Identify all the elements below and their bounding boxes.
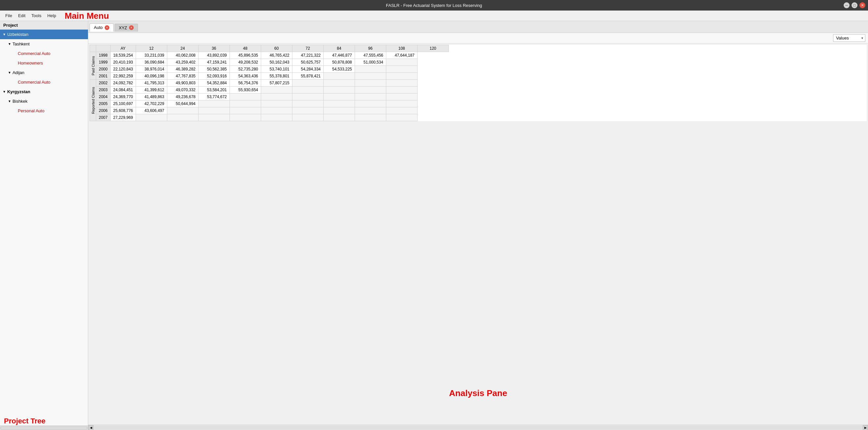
sidebar-item-bishkek[interactable]: ▼Bishkek [0, 96, 88, 106]
sidebar-item-homeowners[interactable]: Homeowners [0, 58, 88, 68]
table-data-cell: 50,644,994 [167, 100, 198, 108]
col-header-12: 12 [136, 45, 167, 52]
table-data-cell [229, 108, 261, 114]
table-data-cell: 54,352,884 [198, 80, 229, 87]
table-data-cell: 49,903,803 [167, 80, 198, 87]
scroll-left-arrow[interactable]: ◀ [88, 425, 94, 430]
table-data-cell [323, 80, 354, 87]
table-data-cell: 43,259,402 [167, 59, 198, 66]
col-header-36: 36 [198, 45, 229, 52]
analysis-pane[interactable]: AY1224364860728496108120 Paid Claims1998… [88, 43, 868, 425]
table-data-cell [323, 93, 354, 100]
paid-claims-label: Paid Claims [90, 52, 96, 80]
tree-label-tashkent: Tashkent [12, 41, 30, 47]
table-data-cell: 43,606,497 [136, 108, 167, 114]
table-row: 200324,084,45141,399,61249,070,33253,584… [90, 87, 449, 93]
menu-tools[interactable]: Tools [29, 12, 44, 19]
data-table: AY1224364860728496108120 Paid Claims1998… [90, 45, 449, 121]
tab-bar: Auto✕XYZ✕ [88, 21, 868, 33]
sidebar-item-kyrgyzstan[interactable]: ▼Kyrgyzstan [0, 87, 88, 96]
table-data-cell: 55,930,654 [229, 87, 261, 93]
sidebar-scrollbar-h[interactable] [0, 425, 88, 430]
table-data-cell [354, 80, 386, 87]
close-button[interactable]: ✕ [860, 2, 865, 8]
tab-label-xyz: XYZ [119, 25, 127, 30]
table-data-cell [323, 114, 354, 121]
sidebar-item-personal-auto[interactable]: Personal Auto [0, 106, 88, 116]
table-ay-cell: 2007 [96, 114, 111, 121]
table-data-cell [386, 80, 417, 87]
tab-close-xyz[interactable]: ✕ [129, 25, 134, 30]
tree-arrow-adijan: ▼ [8, 71, 11, 74]
tree-label-uzbekistan: Uzbekistan [7, 32, 28, 37]
table-data-cell: 52,093,916 [198, 73, 229, 80]
table-data-cell: 47,555,456 [354, 52, 386, 59]
sidebar-item-tashkent[interactable]: ▼Tashkent [0, 39, 88, 49]
maximize-button[interactable]: □ [851, 2, 858, 8]
table-data-cell [198, 114, 229, 121]
table-data-cell: 24,084,451 [110, 87, 136, 93]
table-row: Paid Claims199818,539,25433,231,03940,06… [90, 52, 449, 59]
sidebar-header: Project [0, 21, 88, 30]
table-data-cell [386, 100, 417, 108]
tree-label-commercial-auto-1: Commercial Auto [18, 51, 51, 56]
table-data-cell: 24,369,770 [110, 93, 136, 100]
scroll-right-arrow[interactable]: ▶ [863, 425, 868, 430]
table-ay-cell: 2004 [96, 93, 111, 100]
col-header-96: 96 [354, 45, 386, 52]
table-data-cell: 49,208,532 [229, 59, 261, 66]
table-ay-cell: 2003 [96, 87, 111, 93]
table-row: 200525,100,69742,702,22950,644,994 [90, 100, 449, 108]
tab-auto[interactable]: Auto✕ [90, 23, 114, 32]
sidebar-item-commercial-auto-1[interactable]: Commercial Auto [0, 49, 88, 58]
table-data-cell: 47,644,187 [386, 52, 417, 59]
scroll-track[interactable] [94, 426, 863, 430]
table-data-cell: 57,807,215 [261, 80, 292, 87]
main-content: Project ▼Uzbekistan▼TashkentCommercial A… [0, 21, 868, 430]
values-select[interactable]: ValuesCumulativeIncremental [833, 34, 865, 42]
menu-edit[interactable]: Edit [16, 12, 28, 19]
table-data-cell: 55,378,801 [261, 73, 292, 80]
table-data-cell: 50,162,043 [261, 59, 292, 66]
table-data-cell [354, 73, 386, 80]
tab-close-auto[interactable]: ✕ [105, 25, 109, 30]
table-data-cell: 36,090,684 [136, 59, 167, 66]
table-data-cell: 41,489,863 [136, 93, 167, 100]
table-data-cell: 47,221,322 [292, 52, 323, 59]
col-header-60: 60 [261, 45, 292, 52]
table-data-cell [229, 93, 261, 100]
sidebar-item-commercial-auto-2[interactable]: Commercial Auto [0, 78, 88, 87]
table-data-cell: 40,062,008 [167, 52, 198, 59]
tab-xyz[interactable]: XYZ✕ [115, 24, 138, 32]
table-data-cell [354, 108, 386, 114]
values-select-wrapper[interactable]: ValuesCumulativeIncremental [833, 34, 865, 42]
table-data-cell: 25,100,697 [110, 100, 136, 108]
table-data-cell [354, 87, 386, 93]
table-data-cell [198, 108, 229, 114]
bottom-scrollbar[interactable]: ◀ ▶ [88, 425, 868, 430]
sidebar-item-uzbekistan[interactable]: ▼Uzbekistan [0, 30, 88, 39]
table-data-cell [292, 100, 323, 108]
table-data-cell [386, 108, 417, 114]
main-menu-label: Main Menu [65, 11, 108, 20]
data-table-wrapper: AY1224364860728496108120 Paid Claims1998… [90, 45, 867, 121]
table-data-cell [386, 87, 417, 93]
minimize-button[interactable]: ─ [844, 2, 849, 8]
menu-file[interactable]: File [3, 12, 15, 19]
table-data-cell [167, 114, 198, 121]
table-data-cell: 46,765,422 [261, 52, 292, 59]
tree-arrow-kyrgyzstan: ▼ [3, 90, 6, 93]
table-data-cell: 51,000,534 [354, 59, 386, 66]
table-ay-cell: 1999 [96, 59, 111, 66]
table-data-cell: 38,976,014 [136, 66, 167, 73]
tree-label-homeowners: Homeowners [18, 61, 43, 65]
menu-help[interactable]: Help [45, 12, 59, 19]
sidebar-item-adijan[interactable]: ▼Adijan [0, 68, 88, 78]
table-data-cell: 18,539,254 [110, 52, 136, 59]
col-header-120: 120 [417, 45, 448, 52]
table-data-cell [323, 100, 354, 108]
table-data-cell: 53,774,672 [198, 93, 229, 100]
tree-arrow-uzbekistan: ▼ [3, 33, 6, 36]
table-data-cell [292, 80, 323, 87]
table-data-cell [292, 87, 323, 93]
